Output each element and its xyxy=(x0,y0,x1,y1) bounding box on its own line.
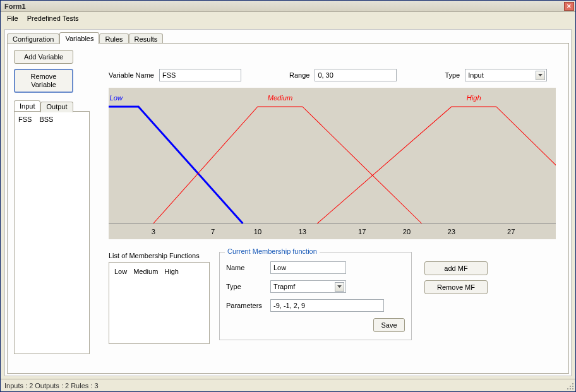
svg-text:Medium: Medium xyxy=(268,94,293,102)
current-mf-legend: Current Membership function xyxy=(225,247,320,255)
mf-params-input[interactable] xyxy=(270,299,384,312)
svg-point-15 xyxy=(567,388,568,389)
mf-type-select-value: Trapmf xyxy=(273,283,295,290)
range-input[interactable] xyxy=(315,69,397,81)
variable-name-label: Variable Name xyxy=(109,71,154,79)
status-bar: Inputs : 2 Outputs : 2 Rules : 3 xyxy=(1,379,575,391)
svg-text:20: 20 xyxy=(403,228,411,235)
list-item[interactable]: BSS xyxy=(39,116,53,350)
list-item[interactable]: FSS xyxy=(18,116,32,350)
current-mf-group: Current Membership function Name Type Tr… xyxy=(219,252,412,340)
svg-text:27: 27 xyxy=(507,228,515,235)
window-title: Form1 xyxy=(2,3,26,10)
mf-plot: 37101317202327LowMediumHigh xyxy=(109,88,556,239)
svg-point-17 xyxy=(572,383,573,384)
menu-bar: File Predefined Tests xyxy=(1,12,575,25)
subtab-input[interactable]: Input xyxy=(14,100,40,111)
type-select-value: Input xyxy=(468,71,483,79)
type-select[interactable]: Input xyxy=(465,69,547,81)
svg-point-13 xyxy=(570,388,571,389)
svg-text:3: 3 xyxy=(152,228,155,235)
svg-point-16 xyxy=(570,386,571,387)
list-item[interactable]: Medium xyxy=(133,268,158,338)
variable-name-input[interactable] xyxy=(159,69,241,81)
resize-grip-icon xyxy=(567,383,574,390)
list-item[interactable]: High xyxy=(164,268,179,338)
add-variable-button[interactable]: Add Variable xyxy=(14,50,73,64)
svg-point-12 xyxy=(572,388,573,389)
svg-text:17: 17 xyxy=(358,228,366,235)
menu-predefined-tests[interactable]: Predefined Tests xyxy=(27,15,79,22)
remove-variable-button[interactable]: Remove Variable xyxy=(14,69,73,93)
type-label: Type xyxy=(445,71,460,79)
mf-list-label: List of Membership Functions xyxy=(109,252,210,259)
svg-text:23: 23 xyxy=(448,228,455,235)
title-bar: Form1 ✕ xyxy=(1,1,575,12)
mf-name-input[interactable] xyxy=(270,261,346,274)
save-button[interactable]: Save xyxy=(373,318,405,332)
mf-type-select[interactable]: Trapmf xyxy=(270,280,346,293)
tab-variables[interactable]: Variables xyxy=(59,32,99,44)
list-item[interactable]: Low xyxy=(114,268,127,338)
mf-params-label: Parameters xyxy=(226,302,270,309)
mf-listbox[interactable]: Low Medium High xyxy=(109,262,210,344)
status-text: Inputs : 2 Outputs : 2 Rules : 3 xyxy=(4,382,99,389)
mf-type-label: Type xyxy=(226,283,270,290)
close-icon[interactable]: ✕ xyxy=(564,2,574,11)
svg-text:High: High xyxy=(467,94,481,102)
svg-text:10: 10 xyxy=(254,228,261,235)
add-mf-button[interactable]: add MF xyxy=(424,261,488,275)
subtab-output[interactable]: Output xyxy=(40,102,73,112)
svg-text:13: 13 xyxy=(299,228,306,235)
chevron-down-icon xyxy=(536,71,545,80)
remove-mf-button[interactable]: Remove MF xyxy=(424,280,488,294)
mf-name-label: Name xyxy=(226,264,270,271)
svg-point-14 xyxy=(572,386,573,387)
range-label: Range xyxy=(289,71,309,79)
svg-text:7: 7 xyxy=(211,228,215,235)
menu-file[interactable]: File xyxy=(7,15,18,22)
variable-list[interactable]: FSS BSS xyxy=(14,111,90,354)
svg-text:Low: Low xyxy=(110,94,123,102)
chevron-down-icon xyxy=(335,282,344,292)
